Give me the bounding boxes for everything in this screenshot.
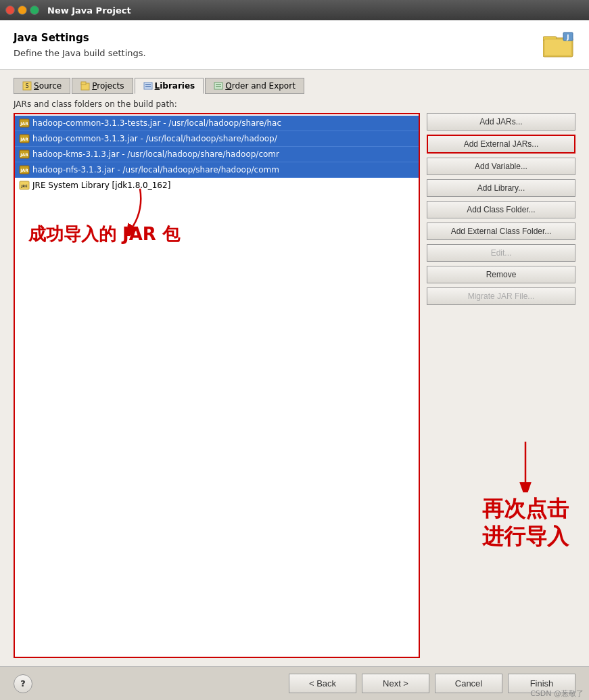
file-item-text: hadoop-common-3.1.3-tests.jar - /usr/loc… [32,118,281,128]
cancel-button[interactable]: Cancel [435,674,502,693]
main-content: S Source Projects Libraries [0,70,589,666]
tab-source[interactable]: S Source [14,78,70,94]
right-buttons-panel: Add JARs... Add External JARs... Add Var… [427,113,575,658]
minimize-button[interactable] [18,5,27,15]
svg-text:JAR: JAR [20,121,28,126]
add-external-class-folder-button[interactable]: Add External Class Folder... [427,223,575,240]
back-button[interactable]: < Back [289,674,356,693]
svg-text:S: S [25,83,28,89]
svg-text:JAR: JAR [20,137,28,142]
header-left: Java Settings Define the Java build sett… [14,32,146,58]
tab-projects-label: Projects [92,81,124,91]
jre-icon: JRE [19,180,30,191]
tab-libraries[interactable]: Libraries [135,78,204,94]
build-path-label: JARs and class folders on the build path… [14,99,575,109]
jre-item[interactable]: JRE JRE System Library [jdk1.8.0_162] [15,178,419,193]
list-item[interactable]: JAR hadoop-common-3.1.3-tests.jar - /usr… [15,116,419,131]
tab-source-label: Source [34,81,62,91]
migrate-jar-button[interactable]: Migrate JAR File... [427,287,575,305]
watermark: CSDN @葱敬了 [530,689,584,699]
close-button[interactable] [5,5,15,15]
source-tab-icon: S [22,81,32,91]
list-item[interactable]: JAR hadoop-kms-3.1.3.jar - /usr/local/ha… [15,147,419,162]
next-button[interactable]: Next > [362,674,429,693]
remove-button[interactable]: Remove [427,266,575,283]
libraries-tab-icon [143,81,153,91]
svg-rect-10 [145,84,151,85]
header-section: Java Settings Define the Java build sett… [0,20,589,70]
svg-rect-12 [214,83,222,89]
dialog: Java Settings Define the Java build sett… [0,20,589,700]
file-item-text: hadoop-nfs-3.1.3.jar - /usr/local/hadoop… [32,165,279,174]
svg-rect-2 [544,39,571,55]
file-item-text: hadoop-kms-3.1.3.jar - /usr/local/hadoop… [32,149,279,159]
list-item[interactable]: JAR hadoop-nfs-3.1.3.jar - /usr/local/ha… [15,162,419,178]
add-class-folder-button[interactable]: Add Class Folder... [427,201,575,218]
jar-icon: JAR [19,118,30,129]
projects-tab-icon [80,81,90,91]
file-item-text: hadoop-common-3.1.3.jar - /usr/local/had… [32,134,277,143]
jar-icon: JAR [19,133,30,144]
window-controls[interactable] [5,5,39,15]
page-subtitle: Define the Java build settings. [14,48,146,58]
list-item[interactable]: JAR hadoop-common-3.1.3.jar - /usr/local… [15,131,419,147]
tab-order-export[interactable]: Order and Export [205,78,304,94]
page-title: Java Settings [14,32,146,44]
file-list-container: JAR hadoop-common-3.1.3-tests.jar - /usr… [14,113,420,658]
order-export-tab-icon [214,81,223,91]
content-area: JAR hadoop-common-3.1.3-tests.jar - /usr… [14,113,575,658]
svg-text:J: J [566,34,569,41]
bottom-bar: ? < Back Next > Cancel Finish [0,666,589,700]
add-variable-button[interactable]: Add Variable... [427,158,575,175]
add-library-button[interactable]: Add Library... [427,179,575,197]
svg-rect-11 [145,86,151,87]
tabs-bar: S Source Projects Libraries [14,78,575,94]
svg-text:JRE: JRE [20,184,28,188]
edit-button[interactable]: Edit... [427,244,575,262]
svg-text:JAR: JAR [20,152,28,158]
tab-order-export-label: Order and Export [225,81,296,91]
jar-icon: JAR [19,149,30,160]
help-button[interactable]: ? [14,674,32,693]
add-external-jars-button[interactable]: Add External JARs... [427,135,575,154]
tab-projects[interactable]: Projects [72,78,133,94]
window-title: New Java Project [47,5,131,16]
svg-rect-8 [81,82,86,85]
left-arrow-annotation [120,182,160,236]
java-project-icon: J [543,31,575,58]
maximize-button[interactable] [30,5,39,15]
file-list: JAR hadoop-common-3.1.3-tests.jar - /usr… [15,114,419,194]
add-jars-button[interactable]: Add JARs... [427,113,575,131]
tab-libraries-label: Libraries [155,81,195,91]
svg-text:JAR: JAR [20,168,28,173]
jar-icon: JAR [19,164,30,175]
title-bar: New Java Project [0,0,589,20]
